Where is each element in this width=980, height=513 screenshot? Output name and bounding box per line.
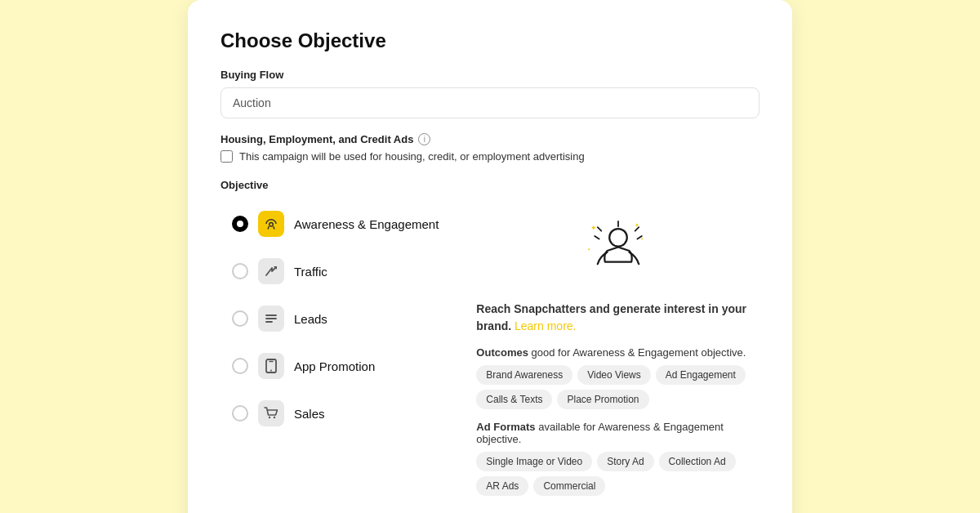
objective-item-leads[interactable]: Leads — [220, 296, 450, 341]
buying-flow-input[interactable] — [220, 87, 760, 118]
svg-point-15 — [609, 229, 627, 247]
app-promotion-icon — [258, 353, 284, 379]
tag-brand-awareness: Brand Awareness — [476, 365, 572, 385]
radio-traffic — [232, 263, 248, 279]
housing-section: Housing, Employment, and Credit Ads i Th… — [220, 133, 760, 163]
awareness-label: Awareness & Engagement — [294, 217, 439, 231]
objective-section-label: Objective — [220, 179, 760, 191]
housing-checkbox-row[interactable]: This campaign will be used for housing, … — [220, 150, 760, 163]
mascot-svg: ✦ ✦ ✦ ✦ — [581, 214, 655, 288]
outcomes-label-row: Outcomes good for Awareness & Engagement… — [476, 346, 760, 359]
sales-icon — [258, 400, 284, 426]
page-title: Choose Objective — [220, 29, 760, 52]
leads-label: Leads — [294, 312, 327, 326]
tag-calls-texts: Calls & Texts — [476, 390, 552, 409]
objective-item-sales[interactable]: Sales — [220, 390, 450, 436]
awareness-icon — [258, 211, 284, 237]
app-promotion-label: App Promotion — [294, 359, 375, 373]
objective-item-app-promotion[interactable]: App Promotion — [220, 343, 450, 389]
tag-ad-engagement: Ad Engagement — [656, 365, 746, 385]
format-tags-row: Single Image or Video Story Ad Collectio… — [476, 452, 760, 496]
formats-label-row: Ad Formats available for Awareness & Eng… — [476, 421, 760, 445]
buying-flow-label: Buying Flow — [220, 69, 760, 81]
svg-text:✦: ✦ — [587, 247, 590, 252]
tag-place-promotion: Place Promotion — [557, 390, 648, 409]
objective-item-awareness[interactable]: Awareness & Engagement — [220, 201, 450, 247]
tag-story-ad: Story Ad — [597, 452, 653, 471]
radio-leads — [232, 310, 248, 327]
tag-commercial: Commercial — [533, 476, 605, 496]
sales-label: Sales — [294, 407, 325, 421]
radio-app-promotion — [232, 358, 248, 374]
tag-collection-ad: Collection Ad — [659, 452, 736, 471]
content-area: Awareness & Engagement Traffic — [220, 201, 760, 507]
detail-panel: ✦ ✦ ✦ ✦ — [470, 201, 760, 507]
tag-single-image-video: Single Image or Video — [476, 452, 592, 471]
svg-point-8 — [270, 370, 272, 372]
objective-item-traffic[interactable]: Traffic — [220, 248, 450, 294]
radio-awareness — [232, 216, 248, 232]
svg-text:✦: ✦ — [590, 224, 596, 232]
svg-point-10 — [274, 417, 275, 418]
traffic-label: Traffic — [294, 265, 327, 279]
traffic-icon — [258, 258, 284, 284]
mascot-area: ✦ ✦ ✦ ✦ — [476, 214, 760, 288]
tag-video-views: Video Views — [577, 365, 651, 385]
info-icon[interactable]: i — [418, 133, 430, 145]
housing-checkbox[interactable] — [220, 150, 233, 163]
leads-icon — [258, 306, 284, 332]
objectives-list: Awareness & Engagement Traffic — [220, 201, 450, 507]
detail-description: Reach Snapchatters and generate interest… — [476, 301, 760, 335]
housing-checkbox-label: This campaign will be used for housing, … — [239, 150, 585, 163]
radio-sales — [232, 405, 248, 422]
main-card: Choose Objective Buying Flow Housing, Em… — [188, 0, 792, 513]
learn-more-link[interactable]: Learn more. — [514, 319, 576, 332]
outcome-tags-row: Brand Awareness Video Views Ad Engagemen… — [476, 365, 760, 409]
housing-title: Housing, Employment, and Credit Ads — [220, 133, 413, 145]
svg-point-9 — [269, 417, 270, 418]
tag-ar-ads: AR Ads — [476, 476, 528, 496]
